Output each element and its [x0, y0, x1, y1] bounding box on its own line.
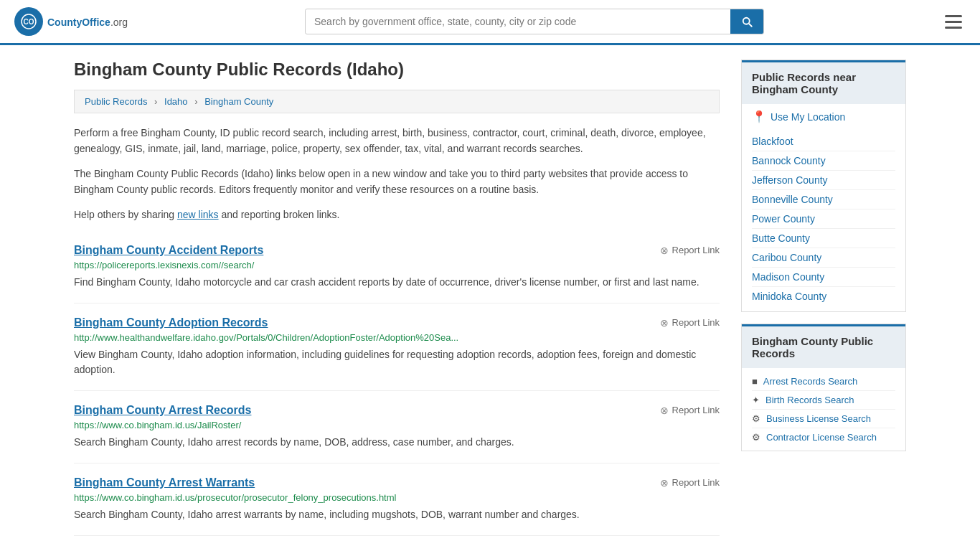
logo[interactable]: CO CountyOffice.org: [14, 7, 128, 36]
nearby-item-5: Butte County: [752, 229, 895, 248]
page-title: Bingham County Public Records (Idaho): [74, 60, 720, 80]
nearby-item-2: Jefferson County: [752, 171, 895, 190]
nearby-link-5[interactable]: Butte County: [752, 232, 810, 244]
record-title-3[interactable]: Bingham County Arrest Warrants: [74, 476, 255, 489]
report-icon-1: ⊗: [660, 317, 669, 329]
sidebar-nearby-title: Public Records near Bingham County: [742, 60, 905, 104]
description-3: Help others by sharing new links and rep…: [74, 207, 720, 222]
record-header-1: Bingham County Adoption Records ⊗ Report…: [74, 316, 720, 329]
nearby-list: BlackfootBannock CountyJefferson CountyB…: [742, 126, 905, 311]
sidebar-record-item-2: ⚙ Business License Search: [752, 410, 895, 428]
breadcrumb-sep-1: ›: [154, 96, 157, 107]
use-location-container: 📍 Use My Location: [742, 104, 905, 126]
report-link-2[interactable]: ⊗ Report Link: [660, 405, 720, 416]
record-url-3[interactable]: https://www.co.bingham.id.us/prosecutor/…: [74, 492, 720, 503]
record-header-3: Bingham County Arrest Warrants ⊗ Report …: [74, 476, 720, 489]
search-button[interactable]: [730, 9, 763, 34]
record-title-1[interactable]: Bingham County Adoption Records: [74, 316, 268, 329]
sidebar-record-link-1[interactable]: Birth Records Search: [765, 395, 854, 405]
record-desc-1: View Bingham County, Idaho adoption info…: [74, 347, 720, 377]
sidebar-record-link-3[interactable]: Contractor License Search: [766, 432, 877, 443]
main-container: Bingham County Public Records (Idaho) Pu…: [60, 45, 920, 550]
new-links-link[interactable]: new links: [177, 209, 219, 220]
nearby-item-3: Bonneville County: [752, 190, 895, 209]
location-pin-icon: 📍: [752, 110, 766, 123]
record-url-0[interactable]: https://policereports.lexisnexis.com//se…: [74, 260, 720, 270]
sidebar-records-title: Bingham County Public Records: [742, 324, 905, 368]
logo-text: CountyOffice.org: [47, 14, 128, 29]
breadcrumb-bingham-county[interactable]: Bingham County: [204, 96, 273, 107]
report-link-1[interactable]: ⊗ Report Link: [660, 317, 720, 329]
nearby-link-4[interactable]: Power County: [752, 213, 815, 225]
sidebar-record-icon-1: ✦: [752, 395, 760, 405]
record-desc-3: Search Bingham County, Idaho arrest warr…: [74, 507, 720, 522]
record-desc-2: Search Bingham County, Idaho arrest reco…: [74, 435, 720, 450]
nearby-link-7[interactable]: Madison County: [752, 271, 824, 283]
breadcrumb-sep-2: ›: [194, 96, 197, 107]
sidebar-records-list: ■ Arrest Records Search ✦ Birth Records …: [742, 368, 905, 451]
record-entry-2: Bingham County Arrest Records ⊗ Report L…: [74, 391, 720, 463]
menu-line-1: [945, 15, 962, 17]
logo-icon: CO: [14, 7, 43, 36]
sidebar: Public Records near Bingham County 📍 Use…: [741, 60, 906, 536]
record-entry-0: Bingham County Accident Reports ⊗ Report…: [74, 231, 720, 303]
nearby-item-0: Blackfoot: [752, 132, 895, 151]
record-entry-1: Bingham County Adoption Records ⊗ Report…: [74, 303, 720, 391]
record-url-1[interactable]: http://www.healthandwelfare.idaho.gov/Po…: [74, 332, 720, 343]
nearby-item-6: Caribou County: [752, 248, 895, 268]
menu-line-3: [945, 27, 962, 29]
breadcrumb-public-records[interactable]: Public Records: [85, 96, 147, 107]
search-icon: [740, 15, 753, 28]
site-header: CO CountyOffice.org: [0, 0, 980, 45]
sidebar-record-icon-3: ⚙: [752, 432, 760, 443]
sidebar-record-icon-2: ⚙: [752, 413, 760, 424]
report-link-3[interactable]: ⊗ Report Link: [660, 477, 720, 489]
sidebar-records-section: Bingham County Public Records ■ Arrest R…: [741, 324, 906, 451]
report-icon-2: ⊗: [660, 405, 669, 416]
menu-button[interactable]: [941, 11, 966, 32]
sidebar-record-item-1: ✦ Birth Records Search: [752, 391, 895, 410]
sidebar-record-link-2[interactable]: Business License Search: [766, 413, 871, 424]
sidebar-record-icon-0: ■: [752, 376, 758, 387]
nearby-item-1: Bannock County: [752, 151, 895, 171]
menu-line-2: [945, 21, 962, 23]
record-desc-0: Find Bingham County, Idaho motorcycle an…: [74, 275, 720, 290]
report-link-0[interactable]: ⊗ Report Link: [660, 245, 720, 256]
record-header-0: Bingham County Accident Reports ⊗ Report…: [74, 244, 720, 257]
search-input[interactable]: [306, 10, 730, 33]
nearby-link-8[interactable]: Minidoka County: [752, 291, 826, 302]
record-title-2[interactable]: Bingham County Arrest Records: [74, 404, 251, 417]
records-container: Bingham County Accident Reports ⊗ Report…: [74, 231, 720, 536]
report-icon-0: ⊗: [660, 245, 669, 256]
nearby-item-7: Madison County: [752, 268, 895, 287]
sidebar-record-link-0[interactable]: Arrest Records Search: [763, 376, 858, 387]
record-header-2: Bingham County Arrest Records ⊗ Report L…: [74, 404, 720, 417]
record-url-2[interactable]: https://www.co.bingham.id.us/JailRoster/: [74, 420, 720, 430]
nearby-item-4: Power County: [752, 209, 895, 229]
record-title-0[interactable]: Bingham County Accident Reports: [74, 244, 263, 257]
use-location-link[interactable]: Use My Location: [771, 111, 845, 123]
nearby-item-8: Minidoka County: [752, 287, 895, 306]
sidebar-record-item-3: ⚙ Contractor License Search: [752, 428, 895, 446]
breadcrumb-idaho[interactable]: Idaho: [164, 96, 188, 107]
content-area: Bingham County Public Records (Idaho) Pu…: [74, 60, 720, 536]
svg-text:CO: CO: [24, 18, 34, 26]
search-bar: [305, 9, 764, 34]
sidebar-nearby-section: Public Records near Bingham County 📍 Use…: [741, 60, 906, 312]
breadcrumb: Public Records › Idaho › Bingham County: [74, 90, 720, 113]
nearby-link-3[interactable]: Bonneville County: [752, 194, 833, 205]
nearby-link-0[interactable]: Blackfoot: [752, 136, 793, 147]
description-2: The Bingham County Public Records (Idaho…: [74, 166, 720, 198]
record-entry-3: Bingham County Arrest Warrants ⊗ Report …: [74, 463, 720, 536]
sidebar-record-item-0: ■ Arrest Records Search: [752, 372, 895, 391]
description-1: Perform a free Bingham County, ID public…: [74, 125, 720, 157]
report-icon-3: ⊗: [660, 477, 669, 489]
nearby-link-2[interactable]: Jefferson County: [752, 174, 828, 186]
nearby-link-6[interactable]: Caribou County: [752, 252, 821, 263]
nearby-link-1[interactable]: Bannock County: [752, 155, 826, 166]
